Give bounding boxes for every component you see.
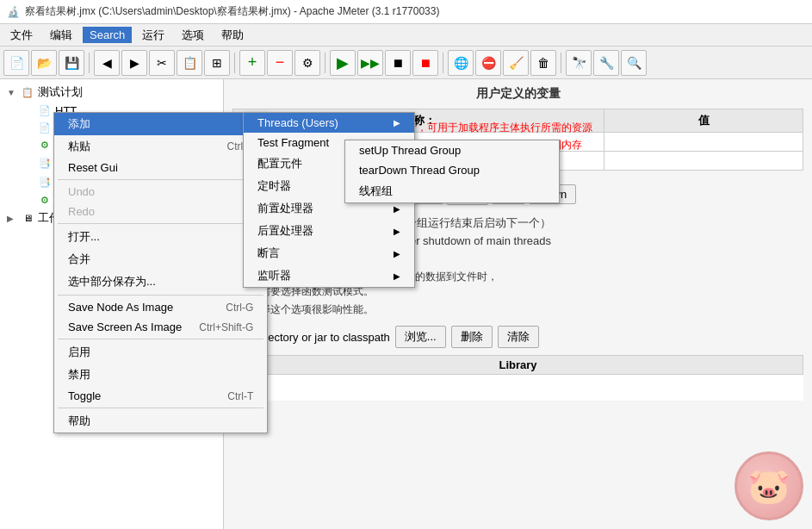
teardown-threadgroup-label: tearDown Thread Group bbox=[359, 164, 480, 177]
menu-search[interactable]: Search bbox=[83, 27, 132, 43]
menu-file[interactable]: 文件 bbox=[3, 26, 40, 45]
ctx-undo-label: Undo bbox=[68, 185, 95, 198]
toolbar-run[interactable]: ▶ bbox=[330, 50, 356, 76]
ctx-enable-label: 启用 bbox=[68, 345, 90, 360]
window-title: 察看结果树.jmx (C:\Users\admin\Desktop\察看结果树.… bbox=[25, 4, 439, 19]
ctx-toggle-shortcut: Ctrl-T bbox=[227, 390, 253, 402]
toolbar-remote-stop[interactable]: ⛔ bbox=[475, 50, 501, 76]
ctx-disable-label: 禁用 bbox=[68, 367, 90, 383]
ctx-open-label: 打开... bbox=[68, 229, 100, 245]
ctx-sep4 bbox=[58, 339, 263, 339]
toolbar: 📄 📂 💾 ◀ ▶ ✂ 📋 ⊞ + − ⚙ ▶ ▶▶ ⏹ ⏹ 🌐 ⛔ 🧹 🗑 🔭… bbox=[0, 47, 812, 79]
ctx-savenode[interactable]: Save Node As Image Ctrl-G bbox=[54, 297, 267, 317]
ctx-sep2 bbox=[58, 223, 263, 224]
toolbar-add[interactable]: + bbox=[239, 50, 265, 76]
ctx-paste[interactable]: 粘贴 Ctrl-V bbox=[54, 135, 267, 158]
toolbar-config[interactable]: ⚙ bbox=[294, 50, 320, 76]
menu-bar: 文件 编辑 Search 运行 选项 帮助 bbox=[0, 24, 812, 47]
ctx-add[interactable]: 添加 ▶ bbox=[54, 113, 267, 135]
ctx-reset-label: Reset Gui bbox=[68, 161, 118, 174]
ctx-toggle-label: Toggle bbox=[68, 389, 101, 402]
toolbar-back[interactable]: ◀ bbox=[94, 50, 120, 76]
menu-run[interactable]: 运行 bbox=[135, 26, 171, 45]
threadgroup-item[interactable]: 线程组 bbox=[345, 180, 559, 202]
toolbar-search[interactable]: 🔍 bbox=[621, 50, 647, 76]
toolbar-run-all[interactable]: ▶▶ bbox=[357, 50, 383, 76]
ctx-redo-label: Redo bbox=[68, 205, 95, 218]
toolbar-cut[interactable]: ✂ bbox=[149, 50, 175, 76]
toolbar-sep4 bbox=[443, 53, 443, 73]
main-area: ▼ 📋 测试计划 📄 HTT 📄 HTT ⚙ setU 📑 bbox=[0, 79, 812, 529]
listener-label: 监听器 bbox=[257, 268, 291, 283]
submenu-threads: setUp Thread Group tearDown Thread Group… bbox=[344, 140, 560, 203]
toolbar-forward[interactable]: ▶ bbox=[121, 50, 147, 76]
ctx-merge[interactable]: 合并 bbox=[54, 248, 267, 271]
submenu-threads-item[interactable]: Threads (Users) ▶ bbox=[244, 113, 414, 133]
context-menu: 添加 ▶ 粘贴 Ctrl-V Reset Gui Undo Redo 打开... bbox=[53, 112, 268, 433]
listener-arrow: ▶ bbox=[394, 271, 400, 281]
ctx-sep5 bbox=[58, 408, 263, 408]
setup-threadgroup-item[interactable]: setUp Thread Group bbox=[345, 140, 559, 160]
toolbar-open[interactable]: 📂 bbox=[31, 50, 57, 76]
ctx-reset[interactable]: Reset Gui bbox=[54, 158, 267, 177]
toolbar-clear[interactable]: 🧹 bbox=[503, 50, 529, 76]
post-arrow: ▶ bbox=[394, 227, 400, 236]
toolbar-save[interactable]: 💾 bbox=[59, 50, 84, 76]
ctx-disable[interactable]: 禁用 bbox=[54, 364, 267, 386]
toolbar-sep2 bbox=[234, 53, 235, 73]
submenu-assert-item[interactable]: 断言 ▶ bbox=[244, 242, 414, 264]
toolbar-stop-force[interactable]: ⏹ bbox=[412, 50, 438, 76]
timer-label: 定时器 bbox=[257, 178, 291, 194]
ctx-savenode-shortcut: Ctrl-G bbox=[226, 302, 253, 314]
ctx-undo: Undo bbox=[54, 182, 267, 202]
toolbar-sep5 bbox=[561, 53, 561, 73]
ctx-sep1 bbox=[58, 179, 263, 180]
submenu-post-item[interactable]: 后置处理器 ▶ bbox=[244, 220, 414, 242]
ctx-add-label: 添加 bbox=[68, 116, 90, 132]
ctx-help-label: 帮助 bbox=[68, 414, 90, 429]
threadgroup-label: 线程组 bbox=[359, 184, 393, 199]
setup-threadgroup-label: setUp Thread Group bbox=[359, 144, 461, 157]
toolbar-clear-all[interactable]: 🗑 bbox=[530, 50, 556, 76]
ctx-saveas[interactable]: 选中部分保存为... bbox=[54, 271, 267, 293]
ctx-enable[interactable]: 启用 bbox=[54, 341, 267, 364]
teardown-threadgroup-item[interactable]: tearDown Thread Group bbox=[345, 160, 559, 180]
ctx-savescreen-shortcut: Ctrl+Shift-G bbox=[199, 321, 253, 333]
toolbar-remove[interactable]: − bbox=[267, 50, 293, 76]
ctx-open[interactable]: 打开... bbox=[54, 226, 267, 248]
ctx-savescreen-label: Save Screen As Image bbox=[68, 321, 182, 333]
ctx-paste-label: 粘贴 bbox=[68, 139, 90, 154]
toolbar-remote-run[interactable]: 🌐 bbox=[448, 50, 474, 76]
assert-arrow: ▶ bbox=[394, 249, 400, 258]
toolbar-stop[interactable]: ⏹ bbox=[385, 50, 411, 76]
threads-label: Threads (Users) bbox=[257, 116, 338, 129]
ctx-saveas-label: 选中部分保存为... bbox=[68, 274, 156, 289]
toolbar-func[interactable]: 🔧 bbox=[593, 50, 619, 76]
ctx-sep3 bbox=[58, 295, 263, 296]
menu-options[interactable]: 选项 bbox=[175, 26, 211, 45]
toolbar-new[interactable]: 📄 bbox=[3, 50, 29, 76]
threads-arrow: ▶ bbox=[394, 118, 400, 128]
pre-arrow: ▶ bbox=[394, 204, 400, 214]
menu-help[interactable]: 帮助 bbox=[214, 26, 251, 45]
toolbar-expand[interactable]: ⊞ bbox=[204, 50, 230, 76]
post-label: 后置处理器 bbox=[257, 223, 313, 239]
toolbar-sep1 bbox=[89, 53, 90, 73]
ctx-savescreen[interactable]: Save Screen As Image Ctrl+Shift-G bbox=[54, 317, 267, 337]
ctx-merge-label: 合并 bbox=[68, 252, 90, 267]
toolbar-browse[interactable]: 🔭 bbox=[566, 50, 592, 76]
config-label: 配置元件 bbox=[257, 156, 302, 171]
title-bar: 🔬 察看结果树.jmx (C:\Users\admin\Desktop\察看结果… bbox=[0, 0, 812, 24]
assert-label: 断言 bbox=[257, 246, 280, 261]
toolbar-copy[interactable]: 📋 bbox=[177, 50, 202, 76]
context-menu-overlay: 添加 ▶ 粘贴 Ctrl-V Reset Gui Undo Redo 打开... bbox=[0, 79, 812, 529]
ctx-help[interactable]: 帮助 bbox=[54, 410, 267, 433]
pre-label: 前置处理器 bbox=[257, 201, 313, 216]
ctx-savenode-label: Save Node As Image bbox=[68, 301, 173, 314]
testfrag-label: Test Fragment bbox=[257, 136, 329, 149]
ctx-toggle[interactable]: Toggle Ctrl-T bbox=[54, 386, 267, 406]
menu-edit[interactable]: 编辑 bbox=[43, 26, 79, 45]
submenu-listener-item[interactable]: 监听器 ▶ bbox=[244, 264, 414, 287]
window-icon: 🔬 bbox=[7, 6, 20, 18]
toolbar-sep3 bbox=[325, 53, 325, 73]
